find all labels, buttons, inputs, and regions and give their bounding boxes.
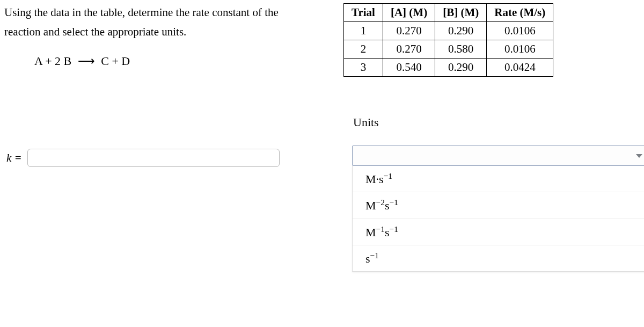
equation-lhs: A + 2 B xyxy=(34,54,71,68)
table-row: 1 0.270 0.290 0.0106 xyxy=(344,22,553,40)
reaction-equation: A + 2 B ⟶ C + D xyxy=(34,54,326,68)
prompt-line-2: reaction and select the appropriate unit… xyxy=(4,25,186,38)
cell-b: 0.290 xyxy=(435,59,487,77)
cell-trial: 2 xyxy=(344,40,383,59)
chevron-down-icon xyxy=(636,154,642,158)
k-value-input[interactable] xyxy=(27,149,280,167)
cell-a: 0.270 xyxy=(383,40,435,59)
cell-rate: 0.0106 xyxy=(487,40,553,59)
cell-rate: 0.0424 xyxy=(487,59,553,77)
cell-trial: 1 xyxy=(344,22,383,40)
units-option-1[interactable]: M−2s−1 xyxy=(353,192,644,218)
units-label: Units xyxy=(353,115,644,129)
cell-a: 0.540 xyxy=(383,59,435,77)
col-header-a: [A] (M) xyxy=(383,4,435,22)
table-row: 2 0.270 0.580 0.0106 xyxy=(344,40,553,59)
data-table: Trial [A] (M) [B] (M) Rate (M/s) 1 0.270… xyxy=(343,3,553,77)
equation-rhs: C + D xyxy=(101,54,130,68)
cell-b: 0.290 xyxy=(435,22,487,40)
units-option-0[interactable]: M·s−1 xyxy=(353,166,644,192)
question-prompt: Using the data in the table, determine t… xyxy=(4,3,326,41)
table-row: 3 0.540 0.290 0.0424 xyxy=(344,59,553,77)
col-header-trial: Trial xyxy=(344,4,383,22)
prompt-line-1: Using the data in the table, determine t… xyxy=(4,6,279,19)
units-option-3[interactable]: s−1 xyxy=(353,245,644,271)
units-dropdown[interactable] xyxy=(352,146,644,166)
units-dropdown-list: M·s−1 M−2s−1 M−1s−1 s−1 xyxy=(352,166,644,272)
cell-rate: 0.0106 xyxy=(487,22,553,40)
units-option-2[interactable]: M−1s−1 xyxy=(353,219,644,245)
col-header-rate: Rate (M/s) xyxy=(487,4,553,22)
arrow-icon: ⟶ xyxy=(78,54,95,68)
k-label: k = xyxy=(4,151,22,165)
cell-trial: 3 xyxy=(344,59,383,77)
cell-a: 0.270 xyxy=(383,22,435,40)
col-header-b: [B] (M) xyxy=(435,4,487,22)
cell-b: 0.580 xyxy=(435,40,487,59)
